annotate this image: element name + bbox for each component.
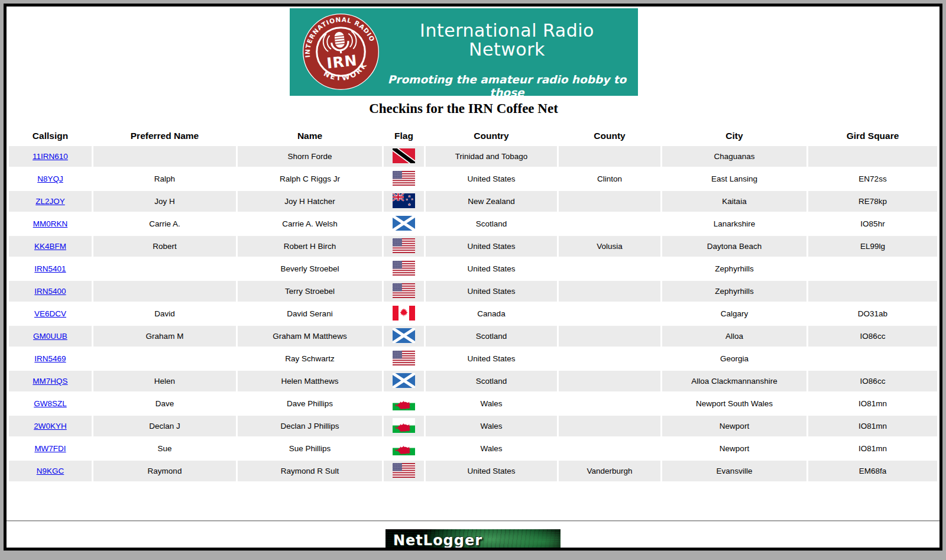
cell-callsign: IRN5469: [9, 348, 92, 369]
cell-callsign: ZL2JOY: [9, 191, 92, 212]
cell-city: Alloa: [662, 326, 806, 347]
cell-callsign: 11IRN610: [9, 146, 92, 167]
cell-gird_square: IO85hr: [808, 213, 937, 234]
cell-city: Lanarkshire: [662, 213, 806, 234]
scotland-flag-icon: [393, 373, 415, 388]
cell-preferred_name: Helen: [93, 371, 236, 391]
col-header-county: County: [559, 125, 660, 144]
cell-gird_square: [808, 146, 937, 167]
cell-name: Helen Matthews: [238, 371, 382, 391]
callsign-link[interactable]: MM0RKN: [33, 219, 68, 228]
col-header-name: Name: [238, 125, 382, 144]
table-row: IRN5401Beverly StroebelUnited StatesZeph…: [9, 258, 937, 279]
callsign-link[interactable]: VE6DCV: [34, 309, 66, 318]
callsign-link[interactable]: IRN5469: [34, 354, 66, 363]
cell-flag: [384, 258, 424, 279]
cell-gird_square: [808, 348, 937, 369]
cell-country: United States: [426, 236, 557, 257]
cell-name: Dave Phillips: [238, 393, 382, 414]
cell-name: Declan J Phillips: [238, 416, 382, 436]
united-states-flag-icon: [393, 463, 415, 478]
canada-flag-icon: [393, 306, 415, 321]
wales-flag-icon: [393, 396, 415, 410]
cell-name: Robert H Birch: [238, 236, 382, 257]
cell-flag: [384, 348, 424, 369]
cell-name: Ralph C Riggs Jr: [238, 169, 382, 189]
callsign-link[interactable]: MW7FDI: [34, 444, 66, 453]
table-row: GM0UUBGraham MGraham M MatthewsScotlandA…: [9, 326, 937, 347]
cell-preferred_name: Ralph: [93, 169, 236, 189]
cell-gird_square: IO86cc: [808, 326, 937, 347]
cell-county: [559, 191, 660, 212]
callsign-link[interactable]: N8YQJ: [37, 174, 63, 183]
cell-country: United States: [426, 258, 557, 279]
callsign-link[interactable]: N9KGC: [37, 467, 64, 475]
netlogger-logo: NetLogger: [385, 529, 561, 551]
callsign-link[interactable]: IRN5400: [34, 287, 66, 296]
callsign-link[interactable]: 2W0KYH: [34, 422, 67, 430]
cell-gird_square: EM68fa: [808, 461, 937, 481]
table-row: MM0RKNCarrie A.Carrie A. WelshScotlandLa…: [9, 213, 937, 234]
cell-flag: [384, 191, 424, 212]
cell-country: New Zealand: [426, 191, 557, 212]
cell-callsign: IRN5400: [9, 281, 92, 302]
irn-logo-icon: INTERNATIONAL RADIO NETWORK: [302, 12, 380, 91]
callsign-link[interactable]: GW8SZL: [34, 399, 67, 408]
callsign-link[interactable]: 11IRN610: [33, 152, 68, 161]
cell-country: United States: [426, 461, 557, 481]
cell-city: East Lansing: [662, 169, 806, 189]
cell-city: Newport: [662, 438, 806, 459]
cell-callsign: MM0RKN: [9, 213, 92, 234]
table-row: IRN5400Terry StroebelUnited StatesZephyr…: [9, 281, 937, 302]
united-states-flag-icon: [393, 238, 415, 253]
cell-preferred_name: Dave: [93, 393, 236, 414]
cell-county: [559, 326, 660, 347]
cell-preferred_name: [93, 348, 236, 369]
cell-name: Raymond R Sult: [238, 461, 382, 481]
cell-flag: [384, 169, 424, 189]
cell-preferred_name: Robert: [93, 236, 236, 257]
table-row: GW8SZLDaveDave PhillipsWalesNewport Sout…: [9, 393, 937, 414]
cell-callsign: 2W0KYH: [9, 416, 92, 436]
cell-gird_square: DO31ab: [808, 303, 937, 324]
cell-flag: [384, 461, 424, 481]
cell-callsign: VE6DCV: [9, 303, 92, 324]
cell-country: United States: [426, 348, 557, 369]
col-header-preferred-name: Preferred Name: [93, 125, 236, 144]
cell-county: [559, 146, 660, 167]
cell-country: Canada: [426, 303, 557, 324]
cell-preferred_name: Carrie A.: [93, 213, 236, 234]
new-zealand-flag-icon: [393, 193, 415, 208]
table-row: N8YQJRalphRalph C Riggs JrUnited StatesC…: [9, 169, 937, 189]
cell-county: [559, 416, 660, 436]
cell-gird_square: EL99lg: [808, 236, 937, 257]
cell-preferred_name: [93, 281, 236, 302]
cell-preferred_name: Graham M: [93, 326, 236, 347]
cell-callsign: N8YQJ: [9, 169, 92, 189]
cell-flag: [384, 371, 424, 391]
callsign-link[interactable]: GM0UUB: [33, 332, 67, 341]
cell-flag: [384, 213, 424, 234]
cell-callsign: N9KGC: [9, 461, 92, 481]
table-row: MW7FDISueSue PhillipsWalesNewportIO81mn: [9, 438, 937, 459]
callsign-link[interactable]: MM7HQS: [33, 377, 67, 386]
callsign-link[interactable]: ZL2JOY: [35, 197, 65, 206]
cell-flag: [384, 236, 424, 257]
table-row: 11IRN610Shorn FordeTrinidad and TobagoCh…: [9, 146, 937, 167]
cell-flag: [384, 303, 424, 324]
col-header-city: City: [662, 125, 806, 144]
cell-name: Shorn Forde: [238, 146, 382, 167]
united-states-flag-icon: [393, 283, 415, 298]
table-row: N9KGCRaymondRaymond R SultUnited StatesV…: [9, 461, 937, 481]
logo-irn-text: IRN: [326, 51, 358, 72]
cell-flag: [384, 416, 424, 436]
callsign-link[interactable]: IRN5401: [34, 264, 66, 273]
cell-city: Newport: [662, 416, 806, 436]
cell-county: Vanderburgh: [559, 461, 660, 481]
united-states-flag-icon: [393, 171, 415, 186]
cell-county: [559, 438, 660, 459]
cell-preferred_name: David: [93, 303, 236, 324]
cell-callsign: GW8SZL: [9, 393, 92, 414]
netlogger-logo-text: NetLogger: [385, 532, 482, 549]
callsign-link[interactable]: KK4BFM: [34, 242, 66, 251]
